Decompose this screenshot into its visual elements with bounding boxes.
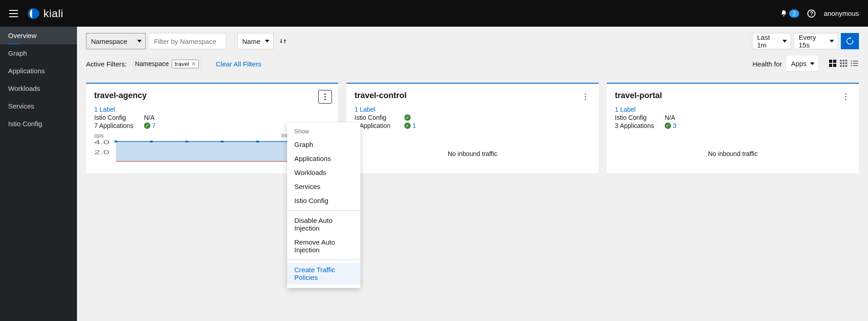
notifications-button[interactable]: 2 — [780, 9, 800, 18]
brand-logo[interactable]: kiali — [26, 7, 63, 20]
notifications-badge: 2 — [789, 9, 800, 18]
logo-icon — [26, 7, 40, 20]
brand-text: kiali — [43, 7, 63, 20]
hamburger-menu-button[interactable] — [9, 10, 18, 17]
topbar-left: kiali — [9, 7, 63, 20]
top-bar: kiali 2 ? anonymous — [0, 0, 868, 27]
topbar-right: 2 ? anonymous — [780, 9, 859, 18]
user-label[interactable]: anonymous — [824, 9, 859, 17]
help-icon[interactable]: ? — [807, 9, 815, 18]
bell-icon — [780, 10, 787, 17]
